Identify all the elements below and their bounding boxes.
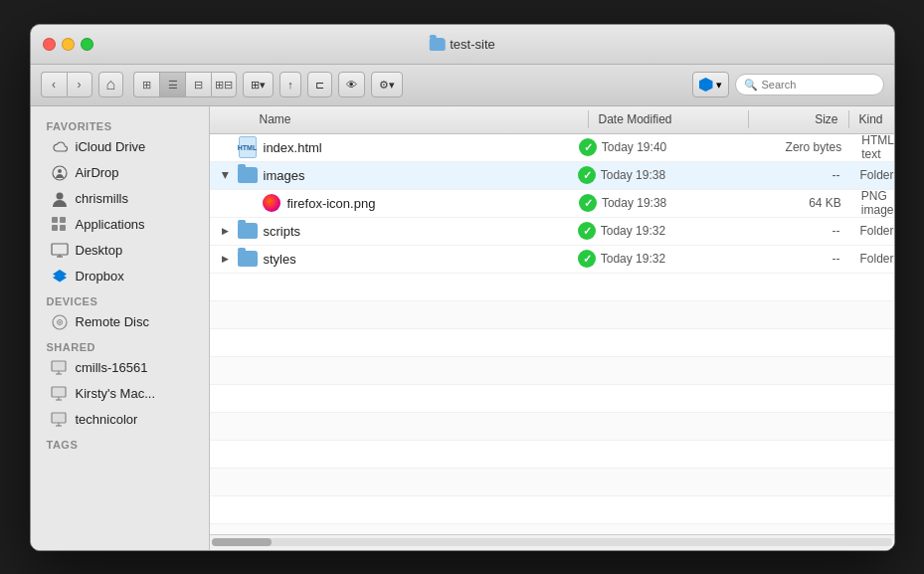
svg-rect-5 bbox=[52, 225, 58, 231]
icon-view-button[interactable]: ⊞ bbox=[133, 72, 159, 97]
label-button[interactable]: ⊏ bbox=[307, 72, 332, 97]
scrollbar-thumb[interactable] bbox=[212, 538, 272, 546]
sidebar-item-cmills[interactable]: cmills-16561 bbox=[35, 355, 205, 381]
sidebar-item-kirsty[interactable]: Kirsty's Mac... bbox=[35, 381, 205, 407]
monitor3-icon bbox=[51, 411, 69, 429]
column-view-button[interactable]: ⊟ bbox=[185, 72, 211, 97]
search-icon: 🔍 bbox=[744, 79, 758, 92]
tags-label: Tags bbox=[31, 433, 209, 453]
airdrop-label: AirDrop bbox=[76, 165, 119, 180]
back-icon: ‹ bbox=[52, 78, 56, 92]
sidebar-item-remotedisc[interactable]: Remote Disc bbox=[35, 309, 205, 335]
file-name: index.html bbox=[264, 140, 322, 155]
check-icon: ✓ bbox=[579, 138, 597, 156]
dropbox-chevron: ▾ bbox=[716, 79, 722, 92]
svg-rect-4 bbox=[60, 217, 66, 223]
desktop-icon bbox=[51, 242, 69, 260]
close-button[interactable] bbox=[43, 38, 56, 51]
file-size: 64 KB bbox=[755, 196, 851, 210]
eye-icon: 👁 bbox=[346, 79, 357, 91]
file-size: -- bbox=[754, 224, 850, 238]
col-date-header[interactable]: Date Modified bbox=[589, 112, 748, 126]
file-row-empty bbox=[210, 385, 894, 413]
file-kind: HTML text bbox=[851, 134, 893, 162]
airdrop-icon bbox=[51, 164, 69, 182]
remotedisc-icon bbox=[51, 313, 69, 331]
arrange-icon: ⊞ bbox=[251, 79, 260, 92]
file-date: Today 19:32 bbox=[601, 224, 754, 238]
file-row-empty bbox=[210, 274, 894, 301]
finder-window: test-site ‹ › ⌂ ⊞ ☰ ⊟ ⊞⊟ bbox=[30, 24, 895, 551]
file-row-empty bbox=[210, 496, 894, 524]
file-name-cell: ▶ scripts bbox=[210, 221, 574, 241]
col-kind-header[interactable]: Kind bbox=[849, 112, 894, 126]
sidebar-item-airdrop[interactable]: AirDrop bbox=[35, 160, 205, 186]
file-name-cell: ▶ HTML index.html bbox=[210, 137, 575, 157]
col-size-header[interactable]: Size bbox=[749, 112, 848, 126]
file-name-cell: ▶ images bbox=[210, 165, 574, 185]
list-view-button[interactable]: ☰ bbox=[159, 72, 185, 97]
file-content: Name Date Modified Size Kind ▶ HTML bbox=[210, 106, 894, 550]
file-row[interactable]: ▶ images ✓ Today 19:38 -- Folder bbox=[210, 162, 894, 190]
sidebar-item-technicolor[interactable]: technicolor bbox=[35, 407, 205, 433]
cmills-label: cmills-16561 bbox=[76, 360, 148, 375]
action-button[interactable]: ⚙ ▾ bbox=[371, 72, 403, 97]
applications-label: Applications bbox=[76, 217, 145, 232]
search-input[interactable] bbox=[762, 79, 875, 91]
maximize-button[interactable] bbox=[81, 38, 93, 51]
svg-rect-15 bbox=[52, 361, 66, 371]
remotedisc-label: Remote Disc bbox=[76, 314, 149, 329]
quicklook-button[interactable]: 👁 bbox=[338, 72, 365, 97]
expand-arrow[interactable]: ▶ bbox=[220, 253, 232, 265]
file-row[interactable]: ▶ scripts ✓ Today 19:32 -- Folder bbox=[210, 218, 894, 246]
sidebar-item-dropbox[interactable]: Dropbox bbox=[35, 264, 205, 289]
back-button[interactable]: ‹ bbox=[41, 72, 67, 97]
sidebar-item-icloud[interactable]: iCloud Drive bbox=[35, 134, 205, 160]
file-date: Today 19:40 bbox=[602, 140, 756, 154]
icloud-label: iCloud Drive bbox=[76, 139, 146, 154]
check-icon: ✓ bbox=[578, 222, 596, 240]
file-name-cell: ▶ firefox-icon.png bbox=[210, 193, 575, 213]
file-name-cell: ▶ styles bbox=[210, 249, 574, 269]
person-icon bbox=[51, 190, 69, 208]
column-view-icon: ⊟ bbox=[194, 79, 203, 92]
monitor1-icon bbox=[51, 359, 69, 377]
shared-label: Shared bbox=[31, 335, 209, 355]
arrange-button[interactable]: ⊞ ▾ bbox=[243, 72, 274, 97]
forward-button[interactable]: › bbox=[67, 72, 92, 97]
svg-rect-3 bbox=[52, 217, 58, 223]
share-button[interactable]: ↑ bbox=[279, 72, 301, 97]
svg-rect-18 bbox=[52, 387, 66, 397]
file-row[interactable]: ▶ firefox-icon.png ✓ Today 19:38 64 KB P… bbox=[210, 190, 894, 218]
applications-icon bbox=[51, 216, 69, 234]
sidebar-item-chrismills[interactable]: chrismills bbox=[35, 186, 205, 212]
col-name-header[interactable]: Name bbox=[210, 112, 588, 126]
svg-rect-21 bbox=[52, 413, 66, 423]
horizontal-scrollbar[interactable] bbox=[210, 534, 894, 550]
column-headers: Name Date Modified Size Kind bbox=[210, 106, 894, 134]
file-kind: Folder bbox=[849, 168, 893, 182]
search-box[interactable]: 🔍 bbox=[735, 74, 884, 96]
minimize-button[interactable] bbox=[62, 38, 75, 51]
expand-arrow[interactable]: ▶ bbox=[220, 225, 232, 237]
chrismills-label: chrismills bbox=[76, 191, 128, 206]
expand-arrow[interactable]: ▶ bbox=[220, 169, 232, 181]
arrange-chevron: ▾ bbox=[260, 79, 266, 92]
dropbox-button[interactable]: ▾ bbox=[692, 72, 729, 97]
scrollbar-track bbox=[212, 538, 892, 546]
file-row[interactable]: ▶ styles ✓ Today 19:32 -- Folder bbox=[210, 246, 894, 274]
file-row[interactable]: ▶ HTML index.html ✓ Today 19:40 Zero byt… bbox=[210, 134, 894, 162]
list-view-icon: ☰ bbox=[168, 79, 178, 92]
icloud-icon bbox=[51, 138, 69, 156]
file-row-empty bbox=[210, 441, 894, 469]
title-text: test-site bbox=[450, 37, 495, 52]
home-button[interactable]: ⌂ bbox=[98, 72, 124, 97]
sidebar-item-applications[interactable]: Applications bbox=[35, 212, 205, 238]
label-icon: ⊏ bbox=[315, 79, 324, 92]
window-title: test-site bbox=[429, 37, 495, 52]
sidebar: Favorites iCloud Drive AirDro bbox=[31, 106, 210, 550]
coverflow-view-button[interactable]: ⊞⊟ bbox=[211, 72, 237, 97]
sidebar-item-desktop[interactable]: Desktop bbox=[35, 238, 205, 264]
view-buttons: ⊞ ☰ ⊟ ⊞⊟ bbox=[133, 72, 237, 97]
status-icon: ✓ bbox=[575, 138, 602, 156]
